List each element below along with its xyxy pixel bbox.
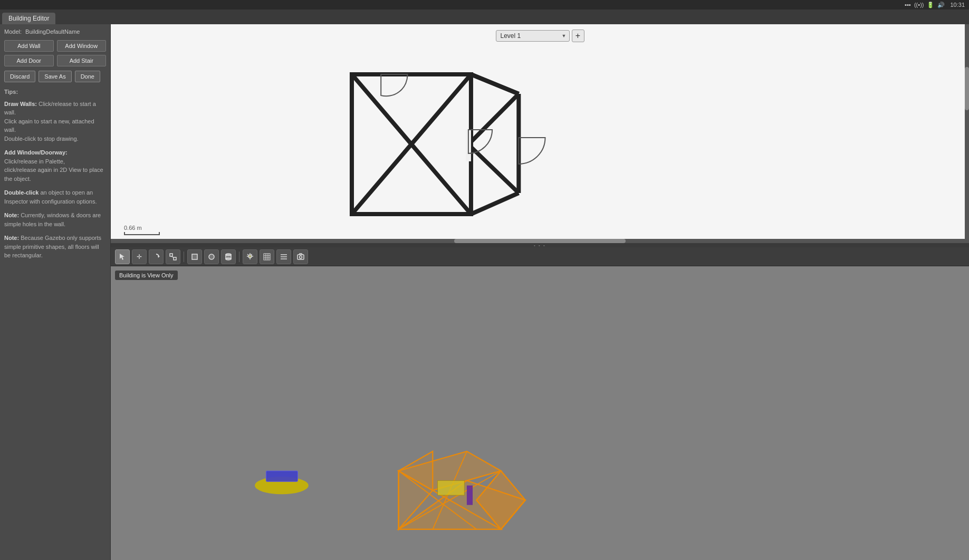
level-dropdown-wrapper: Level 1 Level 2 Level 3 ▼	[496, 30, 570, 42]
tips-add-window-text: Click/release in Palette,click/release a…	[4, 158, 103, 182]
tips-draw-walls: Draw Walls: Click/release to start a wal…	[4, 100, 106, 143]
add-window-button[interactable]: Add Window	[57, 40, 107, 52]
tips-double-click-bold: Double-click	[4, 189, 39, 196]
svg-rect-17	[192, 254, 197, 259]
cylinder-icon	[225, 253, 232, 260]
door-stair-row: Add Door Add Stair	[4, 55, 106, 66]
svg-rect-40	[266, 471, 298, 481]
svg-line-28	[251, 254, 252, 255]
svg-point-38	[300, 256, 302, 258]
model-name-label: Model: BuildingDefaultName	[4, 28, 106, 35]
right-door-arc	[519, 138, 545, 164]
toolbar-separator-1	[184, 252, 184, 262]
svg-text:✛: ✛	[137, 253, 142, 260]
rotate-icon	[152, 253, 160, 260]
wall-window-row: Add Wall Add Window	[4, 40, 106, 52]
sidebar: Model: BuildingDefaultName Add Wall Add …	[0, 24, 111, 560]
view-3d[interactable]: Building is View Only	[111, 266, 969, 560]
scale-tool-button[interactable]	[166, 249, 180, 264]
svg-rect-51	[438, 480, 465, 495]
top-status-bar: ▪▪▪ ((•)) 🔋 🔊 10:31	[0, 0, 969, 9]
rotate-tool-button[interactable]	[149, 249, 164, 264]
svg-rect-14	[170, 254, 172, 256]
toolbar-3d: ✛	[111, 247, 969, 266]
camera-icon	[297, 253, 304, 260]
small-object	[255, 471, 309, 494]
svg-marker-11	[120, 254, 124, 260]
light-tool-button[interactable]	[243, 249, 257, 264]
scale-label: 0.66 m	[124, 225, 142, 231]
layers-tool-button[interactable]	[276, 249, 291, 264]
tips-note-floors-text: Because Gazebo only supports simple prim…	[4, 235, 101, 258]
tips-add-window: Add Window/Doorway: Click/release in Pal…	[4, 148, 106, 183]
light-icon	[246, 253, 254, 260]
box-tool-button[interactable]	[187, 249, 202, 264]
scale-bar	[124, 232, 160, 235]
translate-tool-button[interactable]: ✛	[132, 249, 147, 264]
box-icon	[191, 253, 198, 260]
tab-building-editor[interactable]: Building Editor	[2, 13, 55, 24]
tips-section: Tips: Draw Walls: Click/release to start…	[4, 88, 106, 260]
action-buttons-row: Discard Save As Done	[4, 71, 106, 82]
add-level-button[interactable]: +	[572, 30, 584, 42]
move-icon: ✛	[136, 253, 143, 260]
view-only-badge: Building is View Only	[115, 271, 178, 280]
building-3d-svg	[111, 266, 969, 560]
svg-point-21	[226, 258, 231, 260]
battery-icon: 🔋	[927, 2, 934, 8]
main-area: Level 1 Level 2 Level 3 ▼ +	[111, 24, 969, 560]
status-icons: ▪▪▪ ((•)) 🔋 🔊	[905, 2, 945, 8]
svg-point-22	[248, 255, 252, 258]
svg-line-7	[471, 74, 519, 94]
volume-icon: 🔊	[937, 2, 945, 8]
vertical-scrollbar[interactable]	[965, 24, 969, 239]
view-divider[interactable]: • • •	[111, 243, 969, 247]
svg-rect-52	[467, 486, 473, 505]
sphere-icon	[208, 253, 215, 260]
tips-header: Tips:	[4, 88, 106, 96]
svg-line-27	[247, 254, 248, 255]
grid-icon	[263, 253, 271, 260]
floorplan-svg	[111, 24, 969, 243]
scale-icon	[169, 253, 177, 260]
vertical-scrollbar-thumb[interactable]	[965, 67, 969, 110]
wifi-icon: ((•))	[914, 2, 924, 8]
add-door-button[interactable]: Add Door	[4, 55, 54, 66]
tips-note-floors-bold: Note:	[4, 235, 19, 241]
tips-note-holes-bold: Note:	[4, 212, 19, 218]
layers-icon	[280, 253, 287, 260]
clock: 10:31	[950, 2, 965, 8]
scale-indicator: 0.66 m	[124, 225, 160, 235]
level-dropdown[interactable]: Level 1 Level 2 Level 3	[496, 30, 570, 42]
cylinder-tool-button[interactable]	[221, 249, 236, 264]
building-3d-group	[399, 451, 525, 529]
tips-note-floors: Note: Because Gazebo only supports simpl…	[4, 234, 106, 260]
grid-tool-button[interactable]	[260, 249, 274, 264]
done-button[interactable]: Done	[75, 71, 100, 82]
tips-note-holes: Note: Currently, windows & doors are sim…	[4, 211, 106, 228]
sphere-tool-button[interactable]	[204, 249, 219, 264]
svg-marker-13	[158, 256, 160, 258]
svg-point-18	[209, 254, 214, 259]
toolbar-separator-2	[239, 252, 239, 262]
select-tool-button[interactable]	[115, 249, 130, 264]
screenshot-button[interactable]	[293, 249, 308, 264]
cursor-icon	[119, 253, 126, 260]
tab-bar: Building Editor	[0, 9, 969, 24]
floor-plan-walls	[352, 74, 519, 214]
svg-line-6	[471, 193, 519, 214]
tips-note-holes-text: Currently, windows & doors are simple ho…	[4, 212, 101, 227]
save-as-button[interactable]: Save As	[39, 71, 71, 82]
tips-double-click: Double-click an object to open an Inspec…	[4, 188, 106, 206]
view-2d[interactable]: Level 1 Level 2 Level 3 ▼ +	[111, 24, 969, 243]
window-arc	[381, 74, 407, 96]
discard-button[interactable]: Discard	[4, 71, 35, 82]
network-icon: ▪▪▪	[905, 2, 911, 8]
svg-rect-33	[264, 254, 270, 260]
svg-line-4	[468, 94, 519, 144]
add-stair-button[interactable]: Add Stair	[57, 55, 107, 66]
level-selector: Level 1 Level 2 Level 3 ▼ +	[496, 30, 584, 42]
tips-draw-walls-bold: Draw Walls:	[4, 101, 37, 107]
tips-add-window-bold: Add Window/Doorway:	[4, 149, 68, 156]
add-wall-button[interactable]: Add Wall	[4, 40, 54, 52]
